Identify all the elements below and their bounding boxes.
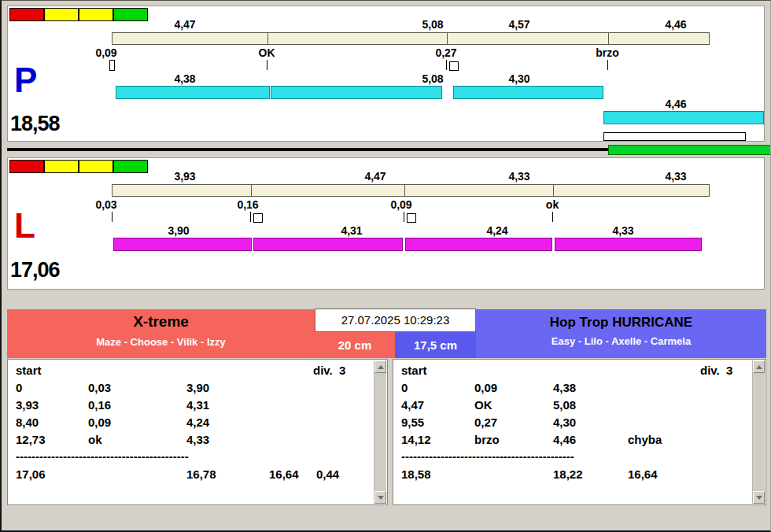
marker-checkbox[interactable] xyxy=(407,213,416,223)
green-progress-bar xyxy=(608,145,771,155)
lane-letter-l: L xyxy=(14,209,35,243)
marker-checkbox[interactable] xyxy=(449,61,459,71)
run-bar xyxy=(113,238,252,251)
exchange-mark-label: brzo xyxy=(582,47,633,59)
run-bar xyxy=(453,86,603,99)
result-cell: 0,16 xyxy=(88,398,186,416)
status-light-yellow-2 xyxy=(79,160,113,173)
result-cell: brzo xyxy=(474,433,553,450)
result-cell: 14,12 xyxy=(401,433,474,450)
run-bar xyxy=(555,238,702,251)
team-members-right: Easy - Lilo - Axelle - Carmela xyxy=(476,331,766,347)
header-row: start xyxy=(401,364,748,381)
result-cell: 0 xyxy=(16,381,88,398)
status-light-green xyxy=(113,160,148,173)
start-label: start xyxy=(401,364,427,381)
status-light-red xyxy=(9,160,44,173)
result-cell: 3,93 xyxy=(16,398,88,416)
actual-split-label: 4,46 xyxy=(651,98,701,110)
division-label: div. 3 xyxy=(700,364,732,377)
exchange-mark-label: 0,16 xyxy=(223,199,273,211)
actual-split-label: 4,31 xyxy=(326,225,377,237)
team-members-left: Maze - Choose - Vilik - Izzy xyxy=(7,331,315,348)
exchange-tick xyxy=(112,212,113,222)
down-arrow-icon xyxy=(756,496,762,500)
division-label: div. 3 xyxy=(313,364,345,377)
result-row: 4,47 OK 5,08 xyxy=(401,398,748,416)
status-light-strip xyxy=(9,8,148,21)
actual-split-label: 4,30 xyxy=(494,73,544,85)
result-cell: OK xyxy=(474,398,553,416)
status-light-strip xyxy=(9,160,148,173)
total-cell: 18,58 xyxy=(401,467,553,485)
team-name-right: Hop Trop HURRICANE xyxy=(476,309,766,331)
team-name-left: X-treme xyxy=(7,309,315,331)
planned-split-label: 4,33 xyxy=(651,171,701,183)
segment-divider xyxy=(267,33,268,44)
total-cell: 0,44 xyxy=(316,467,339,485)
segment-divider xyxy=(608,33,609,44)
run-bar xyxy=(405,238,552,251)
lane-letter-p: P xyxy=(14,63,37,98)
scroll-up-button[interactable] xyxy=(753,360,765,373)
result-cell: 0 xyxy=(401,381,474,398)
scroll-up-button[interactable] xyxy=(374,360,386,373)
result-cell: 0,27 xyxy=(474,416,553,433)
total-cell: 18,22 xyxy=(553,467,628,485)
result-panel-right[interactable]: start div. 3 0 0,09 4,38 4,47 OK 5,08 9,… xyxy=(393,359,766,505)
totals-row: 18,58 18,22 16,64 xyxy=(401,467,748,485)
up-arrow-icon xyxy=(378,365,384,369)
vertical-scrollbar[interactable] xyxy=(752,360,765,504)
planned-split-label: 4,47 xyxy=(160,19,210,31)
datetime-display: 27.07.2025 10:29:23 xyxy=(315,308,476,332)
exchange-mark-label: 0,09 xyxy=(376,199,426,211)
total-cell: 16,78 xyxy=(186,467,269,485)
start-marker-box[interactable] xyxy=(109,60,115,71)
result-cell: 4,30 xyxy=(553,416,628,433)
team-header-left: X-treme Maze - Choose - Vilik - Izzy xyxy=(7,309,315,358)
separator-line: ----------------------------------------… xyxy=(401,449,574,463)
planned-time-bar xyxy=(112,32,710,45)
planned-time-bar xyxy=(112,184,710,197)
run-bar xyxy=(271,86,442,99)
result-row: 0 0,03 3,90 xyxy=(16,381,370,398)
result-panel-left[interactable]: start div. 3 0 0,03 3,90 3,93 0,16 4,31 … xyxy=(7,359,388,505)
result-cell: chyba xyxy=(628,433,662,450)
run-bar xyxy=(253,238,403,251)
total-cell: 16,64 xyxy=(628,467,658,485)
result-cell: 4,24 xyxy=(186,416,209,433)
scroll-down-button[interactable] xyxy=(753,491,765,504)
result-cell: 3,90 xyxy=(186,381,209,398)
marker-checkbox[interactable] xyxy=(253,213,263,223)
planned-split-label: 4,47 xyxy=(350,171,400,183)
team-header-right: Hop Trop HURRICANE Easy - Lilo - Axelle … xyxy=(476,309,766,358)
planned-split-label: 3,93 xyxy=(160,171,210,183)
up-arrow-icon xyxy=(756,365,762,369)
vertical-scrollbar[interactable] xyxy=(374,360,386,504)
planned-split-label: 4,33 xyxy=(494,171,544,183)
status-light-yellow-2 xyxy=(79,8,113,21)
exchange-tick xyxy=(607,60,608,70)
segment-divider xyxy=(553,185,554,196)
run-bar xyxy=(603,111,764,124)
result-row: 8,40 0,09 4,24 xyxy=(16,416,370,433)
exchange-tick xyxy=(404,212,404,222)
separator-line: ----------------------------------------… xyxy=(16,449,189,463)
result-row: 3,93 0,16 4,31 xyxy=(16,398,370,416)
jump-height-left: 20 cm xyxy=(315,332,395,358)
segment-divider xyxy=(251,185,252,196)
exchange-tick xyxy=(267,60,267,70)
start-label: start xyxy=(16,364,42,381)
actual-split-label: 5,08 xyxy=(408,73,458,85)
scroll-down-button[interactable] xyxy=(374,491,386,504)
timing-app-window: P 18,58 4,47 5,08 4,57 4,46 0,09 OK 0,27… xyxy=(0,0,771,532)
exchange-mark-label: 0,03 xyxy=(81,199,131,211)
exchange-mark-label: ok xyxy=(527,199,577,211)
result-cell: 0,03 xyxy=(88,381,186,398)
empty-progress-bar xyxy=(603,132,746,141)
status-light-yellow-1 xyxy=(44,8,79,21)
status-light-green xyxy=(113,8,148,21)
planned-split-label: 4,46 xyxy=(651,19,701,31)
jump-height-right: 17,5 cm xyxy=(395,332,476,358)
result-cell: 12,73 xyxy=(16,433,88,450)
